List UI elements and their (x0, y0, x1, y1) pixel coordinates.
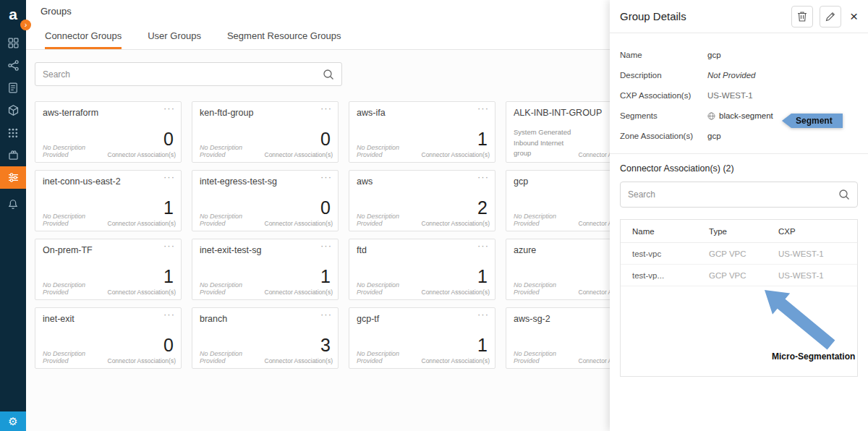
group-card[interactable]: gcp-tf ··· 1 No Description Provided Con… (349, 307, 495, 369)
page-title: Groups (41, 6, 72, 17)
group-card-description: No Description Provided (43, 281, 103, 296)
card-menu-button[interactable]: ··· (320, 240, 332, 251)
card-footer: No Description Provided Connector Associ… (200, 144, 333, 158)
group-card[interactable]: inet-exit-test-sg ··· 1 No Description P… (192, 239, 339, 300)
globe-icon (707, 112, 715, 120)
group-card-description: No Description Provided (357, 350, 417, 364)
group-card[interactable]: intet-egress-test-sg ··· 0 No Descriptio… (192, 170, 339, 231)
search-icon (323, 69, 334, 80)
segment-name[interactable]: black-segment (719, 111, 773, 120)
gear-icon: ⚙ (8, 415, 17, 428)
group-card-description: No Description Provided (43, 144, 103, 158)
field-segments-value: black-segment (707, 111, 773, 120)
card-footer: No Description Provided Connector Associ… (43, 281, 176, 296)
group-card[interactable]: aws-ifa ··· 1 No Description Provided Co… (349, 101, 495, 163)
sidebar-item-groups[interactable] (0, 166, 26, 189)
sidebar: a (0, 0, 26, 431)
card-menu-button[interactable]: ··· (163, 309, 175, 320)
association-type: GCP VPC (709, 271, 778, 280)
card-menu-button[interactable]: ··· (163, 171, 175, 182)
sidebar-item-documents[interactable] (0, 77, 26, 99)
group-card-description: No Description Provided (514, 213, 574, 227)
tab-user-groups[interactable]: User Groups (148, 30, 201, 49)
tab-connector-groups[interactable]: Connector Groups (45, 30, 122, 49)
group-card[interactable]: ftd ··· 1 No Description Provided Connec… (349, 239, 495, 300)
group-card[interactable]: ken-ftd-group ··· 0 No Description Provi… (192, 101, 339, 163)
card-footer: No Description Provided Connector Associ… (357, 213, 490, 227)
group-card[interactable]: aws-terraform ··· 0 No Description Provi… (35, 101, 182, 163)
group-card[interactable]: On-prem-TF ··· 1 No Description Provided… (35, 239, 182, 300)
group-card-description: No Description Provided (200, 350, 260, 364)
card-menu-button[interactable]: ··· (163, 240, 175, 251)
segment-annotation-arrow: Segment (782, 114, 843, 128)
group-card[interactable]: aws ··· 2 No Description Provided Connec… (349, 170, 495, 231)
column-header-cxp: CXP (778, 227, 846, 236)
sidebar-item-notifications[interactable] (0, 193, 26, 216)
group-card-description: No Description Provided (43, 350, 103, 364)
connector-association-label: Connector Association(s) (265, 357, 333, 364)
card-footer: No Description Provided Connector Associ… (43, 144, 176, 158)
group-card[interactable]: inet-exit ··· 0 No Description Provided … (35, 307, 182, 369)
card-menu-button[interactable]: ··· (320, 309, 332, 320)
field-name-label: Name (620, 51, 707, 59)
connector-association-label: Connector Association(s) (108, 220, 176, 227)
associations-search (620, 182, 858, 208)
search-icon (838, 189, 850, 200)
micro-segmentation-annotation-label: Micro-Segmentation (772, 351, 855, 362)
sidebar-item-extensions[interactable] (0, 144, 26, 166)
tab-segment-resource-groups[interactable]: Segment Resource Groups (227, 30, 341, 49)
bell-icon (7, 198, 19, 210)
field-cxp-value: US-WEST-1 (707, 91, 753, 100)
group-card-title: gcp-tf (357, 314, 488, 324)
associations-table-header: Name Type CXP (621, 220, 857, 243)
sidebar-item-dashboard[interactable] (0, 32, 26, 54)
group-card-description: No Description Provided (200, 144, 260, 158)
connector-association-label: Connector Association(s) (422, 289, 490, 296)
sidebar-item-deploy[interactable] (0, 99, 26, 121)
card-menu-button[interactable]: ··· (163, 103, 175, 114)
topology-icon (7, 59, 20, 72)
card-menu-button[interactable]: ··· (477, 309, 489, 320)
cube-icon (7, 104, 20, 116)
card-footer: No Description Provided Connector Associ… (200, 350, 333, 364)
associations-search-input[interactable] (628, 189, 838, 200)
sidebar-expand-button[interactable]: › (20, 20, 31, 30)
group-card-description: System Generated Inbound Internet group (514, 127, 574, 158)
group-card[interactable]: inet-conn-us-east-2 ··· 1 No Description… (35, 170, 182, 231)
group-card-description: No Description Provided (357, 281, 417, 296)
group-card-title: inet-conn-us-east-2 (43, 176, 174, 187)
pencil-icon (825, 12, 835, 22)
apps-grid-icon (7, 127, 19, 139)
edit-group-button[interactable] (820, 6, 841, 27)
association-cxp: US-WEST-1 (778, 271, 846, 280)
connector-associations-title: Connector Association(s) (2) (610, 154, 868, 182)
sidebar-settings-button[interactable]: ⚙ (0, 411, 26, 431)
delete-group-button[interactable] (791, 6, 813, 27)
card-menu-button[interactable]: ··· (320, 171, 332, 182)
card-menu-button[interactable]: ··· (477, 171, 489, 182)
connector-association-label: Connector Association(s) (422, 220, 490, 227)
field-zone-association: Zone Association(s) gcp (620, 132, 858, 140)
connector-association-label: Connector Association(s) (265, 151, 333, 158)
group-detail-fields: Name gcp Description Not Provided CXP As… (610, 33, 868, 153)
sidebar-item-apps[interactable] (0, 121, 26, 144)
table-row[interactable]: test-vpc GCP VPC US-WEST-1 (621, 243, 857, 265)
close-panel-button[interactable]: × (850, 9, 858, 23)
association-name: test-vp... (632, 271, 709, 280)
sidebar-nav (0, 32, 26, 216)
card-footer: No Description Provided Connector Associ… (357, 144, 490, 158)
group-card[interactable]: branch ··· 3 No Description Provided Con… (192, 307, 339, 369)
associations-table-body: test-vpc GCP VPC US-WEST-1 test-vp... GC… (621, 243, 857, 286)
table-row[interactable]: test-vp... GCP VPC US-WEST-1 (621, 265, 857, 286)
group-card-description: No Description Provided (357, 213, 417, 227)
association-name: test-vpc (632, 249, 709, 258)
card-menu-button[interactable]: ··· (477, 103, 489, 114)
groups-search-input[interactable] (43, 69, 323, 80)
card-menu-button[interactable]: ··· (320, 103, 332, 114)
card-menu-button[interactable]: ··· (477, 240, 489, 251)
sidebar-item-topology[interactable] (0, 54, 26, 77)
panel-title: Group Details (620, 10, 785, 22)
group-card-title: ken-ftd-group (200, 108, 331, 118)
connector-association-label: Connector Association(s) (265, 220, 333, 227)
field-zone-value: gcp (707, 132, 721, 140)
